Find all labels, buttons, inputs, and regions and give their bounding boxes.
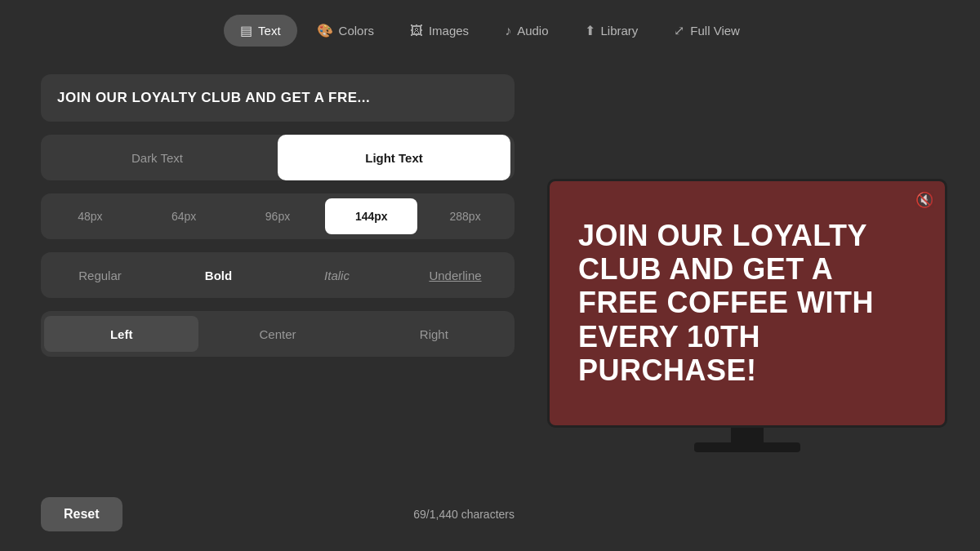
- tab-audio[interactable]: ♪ Audio: [488, 16, 564, 47]
- tab-colors[interactable]: 🎨 Colors: [301, 15, 390, 47]
- tab-colors-label: Colors: [339, 24, 374, 38]
- align-left[interactable]: Left: [44, 316, 198, 352]
- text-input[interactable]: JOIN OUR LOYALTY CLUB AND GET A FRE...: [41, 74, 514, 122]
- text-value: JOIN OUR LOYALTY CLUB AND GET A FRE...: [57, 90, 370, 106]
- reset-button[interactable]: Reset: [41, 497, 122, 531]
- fullview-icon: ⤢: [674, 23, 684, 38]
- tab-images-label: Images: [429, 24, 469, 38]
- size-144-label: 144px: [355, 210, 388, 223]
- tab-fullview-label: Full View: [690, 24, 740, 38]
- style-underline-label: Underline: [429, 269, 481, 282]
- audio-icon: ♪: [505, 24, 511, 38]
- style-row: Regular Bold Italic Underline: [41, 252, 514, 298]
- size-64-label: 64px: [172, 210, 196, 223]
- light-text-label: Light Text: [365, 151, 423, 165]
- right-panel: JOIN OUR LOYALTY CLUB AND GET A FREE COF…: [547, 74, 947, 531]
- dark-text-label: Dark Text: [131, 151, 183, 165]
- colors-icon: 🎨: [317, 23, 333, 38]
- size-288[interactable]: 288px: [419, 198, 511, 234]
- align-center[interactable]: Center: [200, 316, 354, 352]
- size-row: 48px 64px 96px 144px 288px: [41, 193, 514, 239]
- align-right-label: Right: [420, 327, 448, 341]
- tab-library[interactable]: ⬆ Library: [568, 15, 655, 47]
- images-icon: 🖼: [410, 24, 423, 38]
- tab-text[interactable]: ▤ Text: [224, 15, 297, 47]
- reset-label: Reset: [64, 507, 100, 521]
- text-icon: ▤: [240, 23, 252, 38]
- size-144[interactable]: 144px: [325, 198, 417, 234]
- style-italic[interactable]: Italic: [278, 252, 396, 298]
- tv-stand-base: [694, 442, 800, 452]
- library-icon: ⬆: [585, 23, 595, 38]
- style-underline[interactable]: Underline: [396, 252, 514, 298]
- tab-library-label: Library: [601, 24, 639, 38]
- align-row: Left Center Right: [41, 311, 514, 357]
- align-right[interactable]: Right: [357, 316, 511, 352]
- bottom-bar: Reset 69/1,440 characters: [41, 473, 514, 531]
- size-48-label: 48px: [78, 210, 102, 223]
- tab-images[interactable]: 🖼 Images: [394, 16, 485, 47]
- align-center-label: Center: [259, 327, 296, 341]
- size-96[interactable]: 96px: [232, 198, 324, 234]
- mute-icon: 🔇: [915, 191, 933, 209]
- size-288-label: 288px: [450, 210, 481, 223]
- top-navigation: ▤ Text 🎨 Colors 🖼 Images ♪ Audio ⬆ Libra…: [0, 0, 980, 58]
- style-regular-label: Regular: [78, 269, 122, 282]
- size-96-label: 96px: [265, 210, 290, 223]
- tv-frame: JOIN OUR LOYALTY CLUB AND GET A FREE COF…: [547, 179, 947, 428]
- style-italic-label: Italic: [324, 269, 350, 282]
- tab-audio-label: Audio: [517, 24, 548, 38]
- tab-fullview[interactable]: ⤢ Full View: [657, 15, 756, 47]
- style-regular[interactable]: Regular: [41, 252, 159, 298]
- size-48[interactable]: 48px: [44, 198, 136, 234]
- left-panel: JOIN OUR LOYALTY CLUB AND GET A FRE... D…: [41, 74, 514, 531]
- light-text-option[interactable]: Light Text: [278, 135, 510, 180]
- preview-text: JOIN OUR LOYALTY CLUB AND GET A FREE COF…: [578, 219, 916, 388]
- color-toggle-row: Dark Text Light Text: [41, 135, 514, 180]
- style-bold[interactable]: Bold: [159, 252, 278, 298]
- size-64[interactable]: 64px: [138, 198, 230, 234]
- char-count: 69/1,440 characters: [413, 508, 514, 521]
- style-bold-label: Bold: [205, 269, 232, 282]
- dark-text-option[interactable]: Dark Text: [41, 135, 274, 180]
- tv-stand-neck: [731, 428, 764, 442]
- tab-text-label: Text: [258, 24, 281, 38]
- align-left-label: Left: [110, 327, 133, 341]
- main-content: JOIN OUR LOYALTY CLUB AND GET A FRE... D…: [0, 58, 980, 548]
- tv-screen: JOIN OUR LOYALTY CLUB AND GET A FREE COF…: [547, 179, 947, 428]
